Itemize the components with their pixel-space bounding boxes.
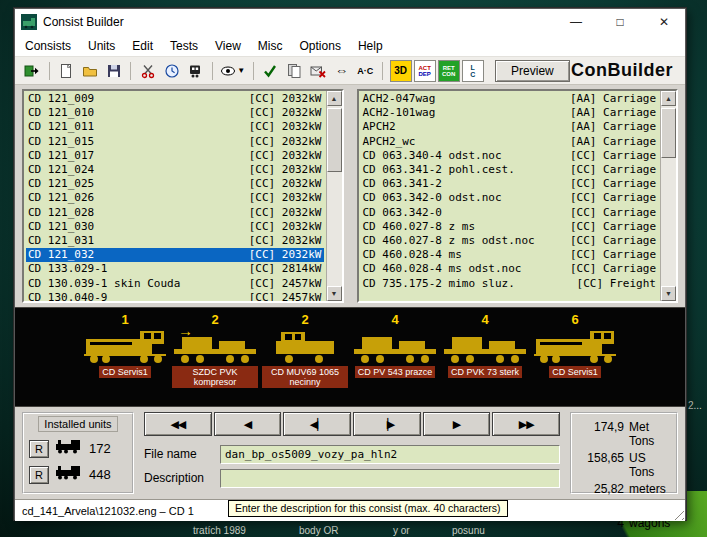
menu-misc[interactable]: Misc — [258, 39, 283, 53]
list-item[interactable]: APCH2_wc[AA] Carriage — [361, 135, 659, 149]
menu-units[interactable]: Units — [88, 39, 115, 53]
unit-name: CD 121_015 — [28, 135, 94, 149]
scroll-up-icon[interactable]: ▲ — [661, 91, 676, 106]
unit-name: CD 063.341-2 — [363, 177, 442, 191]
ac-coupling-icon[interactable]: A·C — [354, 59, 377, 82]
consist-car[interactable]: 6CD Servis1 — [531, 311, 619, 406]
file-name-input[interactable] — [220, 445, 560, 464]
nav-button-4[interactable]: ▶ — [423, 412, 491, 436]
button-lc[interactable]: LC — [462, 60, 484, 82]
list-item[interactable]: CD 735.175-2 mimo sluz.[CC] Freight — [361, 277, 659, 291]
list-item[interactable]: CD 121_031[CC] 2032kW — [26, 234, 324, 248]
scrollbar-thumb[interactable] — [661, 108, 676, 158]
unit-meta: [CC] Carriage — [570, 248, 656, 262]
button-ret-con[interactable]: RETCON — [438, 60, 460, 82]
list-item[interactable]: CD 063.342-0 odst.noc[CC] Carriage — [361, 191, 659, 205]
menu-tests[interactable]: Tests — [170, 39, 198, 53]
left-list-scrollbar[interactable]: ▲ ▼ — [326, 91, 342, 301]
scrollbar-thumb[interactable] — [327, 108, 342, 172]
menu-edit[interactable]: Edit — [132, 39, 153, 53]
list-item[interactable]: CD 121_017[CC] 2032kW — [26, 149, 324, 163]
menu-help[interactable]: Help — [358, 39, 383, 53]
list-item[interactable]: CD 460.027-8 z ms odst.noc[CC] Carriage — [361, 234, 659, 248]
list-item[interactable]: ACH2-047wag[AA] Carriage — [361, 92, 659, 106]
list-item[interactable]: CD 121_026[CC] 2032kW — [26, 191, 324, 205]
validate-check-icon[interactable] — [259, 59, 282, 82]
list-item[interactable]: CD 121_009[CC] 2032kW — [26, 92, 324, 106]
scroll-up-icon[interactable]: ▲ — [327, 91, 342, 106]
unit-meta: [CC] 2032kW — [249, 191, 322, 205]
r-button[interactable]: R — [29, 440, 49, 458]
right-list-scrollbar[interactable]: ▲ ▼ — [660, 91, 676, 301]
list-item[interactable]: CD 121_015[CC] 2032kW — [26, 135, 324, 149]
open-consist-icon[interactable] — [79, 59, 102, 82]
depart-train-icon[interactable] — [21, 59, 44, 82]
button-3d[interactable]: 3D — [390, 60, 412, 82]
scroll-down-icon[interactable]: ▼ — [661, 286, 676, 301]
list-item[interactable]: CD 121_025[CC] 2032kW — [26, 177, 324, 191]
list-item[interactable]: CD 130.039-1 skin Couda[CC] 2457kW — [26, 277, 324, 291]
consist-car[interactable]: 2→SZDC PVK kompresor — [171, 311, 259, 406]
copy-clipboard-icon[interactable] — [282, 59, 305, 82]
list-item[interactable]: CD 121_032[CC] 2032kW — [26, 248, 324, 262]
preview-button[interactable]: Preview — [495, 60, 570, 82]
nav-button-0[interactable]: ◀◀ — [144, 412, 212, 436]
menu-view[interactable]: View — [215, 39, 241, 53]
r-button[interactable]: R — [29, 466, 49, 484]
installed-unit-row: R448 — [29, 465, 127, 484]
title-bar: Consist Builder — □ ✕ — [15, 9, 685, 35]
nav-button-1[interactable]: ◀ — [214, 412, 282, 436]
consist-car[interactable]: 4CD PV 543 prazce — [351, 311, 439, 406]
mail-delete-icon[interactable] — [306, 59, 329, 82]
list-item[interactable]: CD 063.340-4 odst.noc[CC] Carriage — [361, 149, 659, 163]
list-item[interactable]: CD 121_024[CC] 2032kW — [26, 163, 324, 177]
unit-meta: [CC] Carriage — [570, 191, 656, 205]
list-item[interactable]: CD 130.040-9[CC] 2457kW — [26, 291, 324, 301]
button-act-dep[interactable]: ACTDEP — [414, 60, 436, 82]
list-item[interactable]: CD 133.029-1[CC] 2814kW — [26, 262, 324, 276]
window-title: Consist Builder — [43, 15, 124, 29]
view-eye-icon[interactable]: ▼ — [218, 59, 248, 82]
list-item[interactable]: CD 063.342-0[CC] Carriage — [361, 206, 659, 220]
swap-direction-icon[interactable]: ⇔ — [330, 59, 353, 82]
clock-icon[interactable] — [160, 59, 183, 82]
nav-button-2[interactable]: ◀▏ — [283, 412, 351, 436]
minimize-button[interactable]: — — [569, 15, 583, 29]
consist-car[interactable]: 4CD PVK 73 sterk — [441, 311, 529, 406]
consist-strip: 1CD Servis12→SZDC PVK kompresor2CD MUV69… — [15, 307, 685, 407]
list-item[interactable]: CD 063.341-2 pohl.cest.[CC] Carriage — [361, 163, 659, 177]
unit-meta: [CC] 2032kW — [249, 234, 322, 248]
list-item[interactable]: CD 460.028-4 ms[CC] Carriage — [361, 248, 659, 262]
menu-options[interactable]: Options — [300, 39, 341, 53]
list-item[interactable]: CD 121_011[CC] 2032kW — [26, 120, 324, 134]
list-item[interactable]: ACH2-101wag[AA] Carriage — [361, 106, 659, 120]
nav-button-5[interactable]: ▶▶ — [492, 412, 560, 436]
consist-car[interactable]: 1CD Servis1 — [81, 311, 169, 406]
unit-name: APCH2_wc — [363, 135, 416, 149]
menu-consists[interactable]: Consists — [25, 39, 71, 53]
car-count-number: 6 — [571, 311, 578, 328]
maximize-button[interactable]: □ — [613, 15, 627, 29]
description-input[interactable] — [220, 469, 560, 488]
mini-button-label: DEP — [419, 71, 431, 77]
list-item[interactable]: CD 460.027-8 z ms[CC] Carriage — [361, 220, 659, 234]
list-item[interactable]: CD 063.341-2[CC] Carriage — [361, 177, 659, 191]
scrollbar-track[interactable] — [661, 106, 676, 286]
list-item[interactable]: CD 460.028-4 ms odst.noc[CC] Carriage — [361, 262, 659, 276]
nav-button-3[interactable]: ▕▶ — [353, 412, 421, 436]
list-item[interactable]: CD 121_028[CC] 2032kW — [26, 206, 324, 220]
new-consist-icon[interactable] — [55, 59, 78, 82]
list-item[interactable]: CD 121_010[CC] 2032kW — [26, 106, 324, 120]
consist-car[interactable]: 2CD MUV69 1065 necinny — [261, 311, 349, 406]
list-item[interactable]: CD 121_030[CC] 2032kW — [26, 220, 324, 234]
list-item[interactable]: APCH2[AA] Carriage — [361, 120, 659, 134]
train-icon[interactable] — [184, 59, 207, 82]
scrollbar-track[interactable] — [327, 106, 342, 286]
cut-icon[interactable] — [136, 59, 159, 82]
close-button[interactable]: ✕ — [657, 15, 671, 29]
unit-meta: [CC] 2814kW — [249, 262, 322, 276]
unit-meta: [AA] Carriage — [570, 92, 656, 106]
resize-grip-icon[interactable] — [671, 507, 684, 520]
scroll-down-icon[interactable]: ▼ — [327, 286, 342, 301]
save-consist-icon[interactable] — [102, 59, 125, 82]
